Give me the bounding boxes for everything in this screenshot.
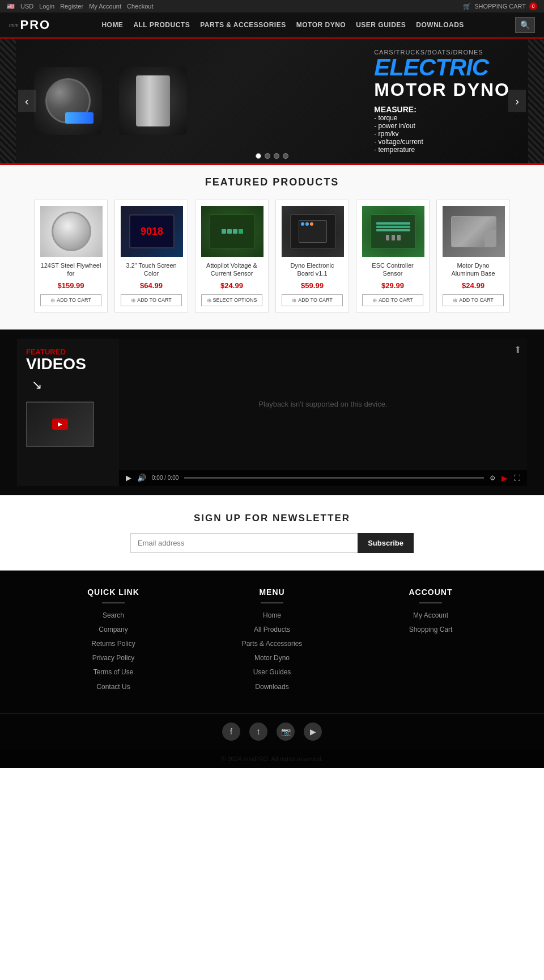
video-unsupported-msg: Playback isn't supported on this device. [119, 339, 527, 470]
cart-btn-icon-5: ⊕ [372, 297, 377, 303]
search-button[interactable]: 🔍 [515, 17, 535, 33]
nav-parts[interactable]: PARTS & ACCESSORIES [200, 21, 286, 29]
hero-dot-4[interactable] [283, 153, 288, 159]
product-image-1 [40, 206, 103, 257]
product-price-6: $24.99 [443, 281, 504, 290]
product-image-6 [443, 206, 505, 257]
footer-account: ACCOUNT My Account Shopping Cart [391, 588, 470, 696]
add-to-cart-1[interactable]: ⊕ ADD TO CART [40, 294, 101, 306]
hero-prev-button[interactable]: ‹ [18, 90, 36, 112]
top-bar-right: 🛒 SHOPPING CART 0 [463, 2, 537, 10]
hero-text: CARS/TRUCKS/BOATS/DRONES ELECTRIC MOTOR … [374, 49, 510, 154]
cart-link[interactable]: SHOPPING CART [474, 3, 526, 10]
product-price-3: $24.99 [201, 281, 262, 290]
measure-torque: - torque [374, 114, 397, 122]
settings-icon[interactable]: ⚙ [490, 474, 496, 482]
logo-pro: PRO [20, 18, 51, 32]
footer-search-link[interactable]: Search [74, 610, 153, 621]
nav-home[interactable]: HOME [101, 21, 123, 29]
nav-user-guides[interactable]: USER GUIDES [356, 21, 406, 29]
footer-menu-motor-dyno[interactable]: Motor Dyno [232, 653, 312, 664]
twitter-icon[interactable]: t [249, 723, 267, 741]
subscribe-button[interactable]: Subscribe [358, 533, 414, 553]
product-name-6: Motor Dyno Aluminum Base [443, 261, 504, 278]
video-thumbnail[interactable]: ▶ [26, 402, 94, 447]
add-to-cart-6[interactable]: ⊕ ADD TO CART [443, 294, 504, 306]
footer-menu-parts[interactable]: Parts & Accessories [232, 639, 312, 649]
product-card-2: 9018 3.2" Touch Screen Color $64.99 ⊕ AD… [114, 200, 188, 312]
measure-power: - power in/out [374, 122, 415, 130]
footer-quick-link: QUICK LINK Search Company Returns Policy… [74, 588, 153, 696]
instagram-icon[interactable]: 📷 [277, 723, 295, 741]
volume-button[interactable]: 🔊 [137, 474, 146, 482]
footer-shopping-cart-link[interactable]: Shopping Cart [391, 624, 470, 635]
product-card-3: Attopilot Voltage & Current Sensor $24.9… [195, 200, 269, 312]
footer-columns: QUICK LINK Search Company Returns Policy… [0, 571, 544, 713]
product-card-4: Dyno Electronic Board v1.1 $59.99 ⊕ ADD … [275, 200, 349, 312]
quick-link-title: QUICK LINK [74, 588, 153, 597]
youtube-social-icon[interactable]: ▶ [304, 723, 322, 741]
video-controls: ▶ 🔊 0:00 / 0:00 ⚙ ▶ ⛶ [119, 470, 527, 486]
nav-motor-dyno[interactable]: MOTOR DYNO [296, 21, 346, 29]
youtube-icon[interactable]: ▶ [502, 474, 508, 483]
add-to-cart-4[interactable]: ⊕ ADD TO CART [282, 294, 343, 306]
video-progress-bar[interactable] [184, 477, 484, 479]
arrow-down-icon: ↘ [32, 378, 110, 392]
newsletter-email-input[interactable] [130, 533, 358, 553]
video-left-panel: FEATURED VIDEOS ↘ ▶ [17, 339, 119, 486]
youtube-play-icon[interactable]: ▶ [52, 419, 68, 430]
footer-menu-downloads[interactable]: Downloads [232, 682, 312, 692]
facebook-icon[interactable]: f [222, 723, 240, 741]
myaccount-link[interactable]: My Account [89, 3, 121, 10]
play-button[interactable]: ▶ [126, 474, 131, 482]
nav-downloads[interactable]: DOWNLOADS [416, 21, 464, 29]
measure-voltage: - voltage/current [374, 138, 423, 146]
featured-products-section: FEATURED PRODUCTS 124ST Steel Flywheel f… [0, 165, 544, 330]
footer-menu-home[interactable]: Home [232, 610, 312, 621]
product-name-2: 3.2" Touch Screen Color [121, 261, 182, 278]
footer-contact-link[interactable]: Contact Us [74, 682, 153, 692]
footer-company-link[interactable]: Company [74, 624, 153, 635]
hero-banner: ‹ CARS/TRUCKS/BOATS/DRONES ELECTRIC MOTO… [0, 39, 544, 163]
footer-my-account-link[interactable]: My Account [391, 610, 470, 621]
product-image-2: 9018 [121, 206, 183, 257]
share-icon[interactable]: ⬆ [514, 344, 521, 355]
fullscreen-icon[interactable]: ⛶ [513, 474, 520, 482]
hero-dots [256, 153, 288, 159]
select-options-3[interactable]: ⊕ SELECT OPTIONS [201, 294, 262, 306]
product-name-3: Attopilot Voltage & Current Sensor [201, 261, 262, 278]
product-image-3 [201, 206, 264, 257]
product-price-1: $159.99 [40, 281, 101, 290]
hero-dot-1[interactable] [256, 153, 261, 159]
cart-btn-icon-6: ⊕ [453, 297, 457, 303]
product-name-4: Dyno Electronic Board v1.1 [282, 261, 343, 278]
register-link[interactable]: Register [60, 3, 83, 10]
footer-menu-all-products[interactable]: All Products [232, 624, 312, 635]
footer-privacy-link[interactable]: Privacy Policy [74, 653, 153, 664]
add-to-cart-2[interactable]: ⊕ ADD TO CART [121, 294, 182, 306]
cart-btn-icon-1: ⊕ [50, 297, 55, 303]
footer-returns-link[interactable]: Returns Policy [74, 639, 153, 649]
featured-title: FEATURED PRODUCTS [17, 176, 527, 188]
main-nav: HOME ALL PRODUCTS PARTS & ACCESSORIES MO… [101, 21, 464, 29]
hero-dot-3[interactable] [274, 153, 279, 159]
product-image-5 [362, 206, 424, 257]
video-player: ⬆ Playback isn't supported on this devic… [119, 339, 527, 486]
footer-terms-link[interactable]: Terms of Use [74, 667, 153, 678]
newsletter-form: Subscribe [130, 533, 414, 553]
checkout-link[interactable]: Checkout [127, 3, 153, 10]
motor-image-2 [119, 67, 187, 135]
footer-social: f t 📷 ▶ [0, 713, 544, 750]
login-link[interactable]: Login [39, 3, 54, 10]
hero-dot-2[interactable] [265, 153, 270, 159]
footer-menu-guides[interactable]: User Guides [232, 667, 312, 678]
product-card-1: 124ST Steel Flywheel for $159.99 ⊕ ADD T… [34, 200, 108, 312]
add-to-cart-5[interactable]: ⊕ ADD TO CART [362, 294, 423, 306]
product-image-4 [282, 206, 344, 257]
footer-divider-3 [419, 602, 442, 603]
newsletter-title: SIGN UP FOR NEWSLETTER [17, 513, 527, 524]
cart-icon: 🛒 [463, 3, 471, 10]
hero-next-button[interactable]: › [508, 90, 526, 112]
measure-rpm: - rpm/kv [374, 130, 398, 138]
nav-all-products[interactable]: ALL PRODUCTS [133, 21, 190, 29]
